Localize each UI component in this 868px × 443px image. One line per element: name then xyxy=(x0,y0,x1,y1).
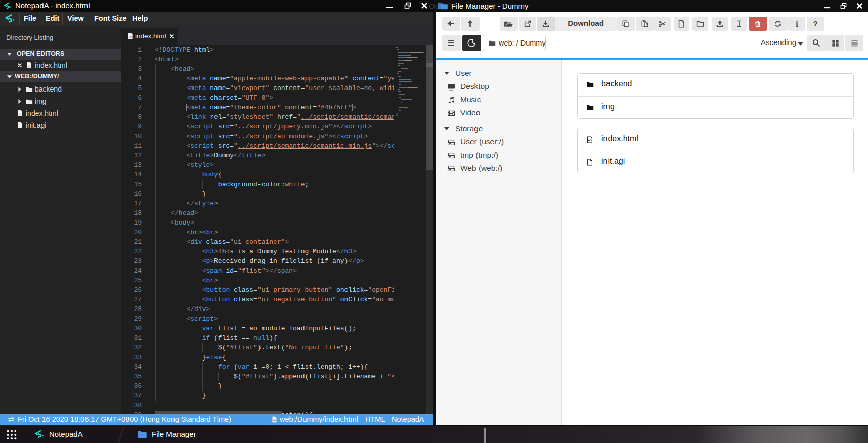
svg-text:?: ? xyxy=(813,20,817,28)
